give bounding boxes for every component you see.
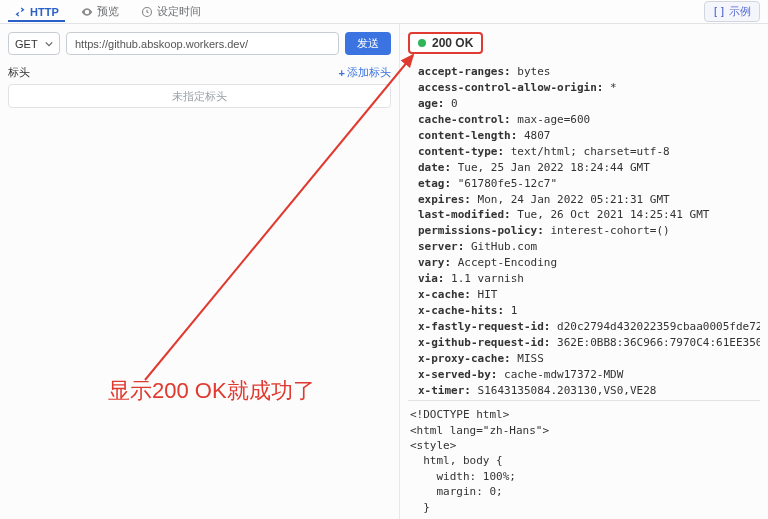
response-header-name: content-type: — [418, 145, 504, 158]
response-header-row: x-proxy-cache: MISS — [418, 351, 758, 367]
response-header-row: via: 1.1 varnish — [418, 271, 758, 287]
response-status: 200 OK — [408, 32, 483, 54]
annotation-text: 显示200 OK就成功了 — [108, 376, 315, 406]
response-header-value: S1643135084.203130,VS0,VE28 — [471, 384, 656, 397]
response-header-value: d20c2794d432022359cbaa0005fde72f7805d5f4 — [550, 320, 760, 333]
response-header-value: bytes — [511, 65, 551, 78]
example-button[interactable]: 示例 — [704, 1, 760, 22]
chevron-down-icon — [45, 40, 53, 48]
add-header-label: 添加标头 — [347, 65, 391, 80]
request-pane: GET 发送 标头 + 添加标头 未指定标头 显示200 OK就成功了 — [0, 24, 400, 519]
response-header-name: accept-ranges: — [418, 65, 511, 78]
response-header-value: Mon, 24 Jan 2022 05:21:31 GMT — [471, 193, 670, 206]
tab-http[interactable]: HTTP — [8, 2, 65, 22]
response-header-name: permissions-policy: — [418, 224, 544, 237]
headers-empty-placeholder: 未指定标头 — [8, 84, 391, 108]
response-header-row: cache-control: max-age=600 — [418, 112, 758, 128]
response-header-row: last-modified: Tue, 26 Oct 2021 14:25:41… — [418, 207, 758, 223]
response-header-name: x-timer: — [418, 384, 471, 397]
url-input[interactable] — [66, 32, 339, 55]
response-header-name: content-length: — [418, 129, 517, 142]
response-header-value: Tue, 26 Oct 2021 14:25:41 GMT — [511, 208, 710, 221]
tab-preview[interactable]: 预览 — [75, 0, 125, 23]
http-method-select[interactable]: GET — [8, 32, 60, 55]
tab-http-label: HTTP — [30, 6, 59, 18]
response-pane: 200 OK accept-ranges: bytesaccess-contro… — [400, 24, 768, 519]
response-header-row: etag: "61780fe5-12c7" — [418, 176, 758, 192]
response-headers-list: accept-ranges: bytesaccess-control-allow… — [408, 62, 760, 400]
response-header-value: max-age=600 — [511, 113, 590, 126]
response-header-name: access-control-allow-origin: — [418, 81, 603, 94]
response-header-name: server: — [418, 240, 464, 253]
response-header-name: x-fastly-request-id: — [418, 320, 550, 333]
response-header-value: 1.1 varnish — [445, 272, 524, 285]
tab-schedule[interactable]: 设定时间 — [135, 0, 207, 23]
response-header-value: * — [603, 81, 616, 94]
response-header-row: age: 0 — [418, 96, 758, 112]
response-header-value: cache-mdw17372-MDW — [497, 368, 623, 381]
response-header-value: MISS — [511, 352, 544, 365]
response-header-row: x-served-by: cache-mdw17372-MDW — [418, 367, 758, 383]
top-tabbar: HTTP 预览 设定时间 示例 — [0, 0, 768, 24]
response-header-row: x-github-request-id: 362E:0BB8:36C966:79… — [418, 335, 758, 351]
response-header-name: vary: — [418, 256, 451, 269]
response-header-row: server: GitHub.com — [418, 239, 758, 255]
method-value: GET — [15, 38, 38, 50]
response-header-row: date: Tue, 25 Jan 2022 18:24:44 GMT — [418, 160, 758, 176]
response-header-row: permissions-policy: interest-cohort=() — [418, 223, 758, 239]
tab-schedule-label: 设定时间 — [157, 4, 201, 19]
response-header-row: x-fastly-request-id: d20c2794d432022359c… — [418, 319, 758, 335]
response-header-name: expires: — [418, 193, 471, 206]
response-header-row: x-cache: HIT — [418, 287, 758, 303]
status-text: 200 OK — [432, 36, 473, 50]
response-header-row: expires: Mon, 24 Jan 2022 05:21:31 GMT — [418, 192, 758, 208]
headers-title: 标头 — [8, 65, 30, 80]
response-header-value: 1 — [504, 304, 517, 317]
response-header-row: accept-ranges: bytes — [418, 64, 758, 80]
response-header-row: content-length: 4807 — [418, 128, 758, 144]
clock-icon — [141, 6, 153, 18]
example-label: 示例 — [729, 4, 751, 19]
response-header-value: interest-cohort=() — [544, 224, 670, 237]
response-header-value: HIT — [471, 288, 498, 301]
response-header-name: x-cache-hits: — [418, 304, 504, 317]
response-header-value: Tue, 25 Jan 2022 18:24:44 GMT — [451, 161, 650, 174]
response-header-value: 362E:0BB8:36C966:7970C4:61EE3503 — [550, 336, 760, 349]
response-header-row: vary: Accept-Encoding — [418, 255, 758, 271]
response-header-value: 4807 — [517, 129, 550, 142]
brackets-icon — [713, 6, 725, 18]
response-header-name: age: — [418, 97, 445, 110]
response-header-value: GitHub.com — [464, 240, 537, 253]
response-header-name: etag: — [418, 177, 451, 190]
response-header-value: text/html; charset=utf-8 — [504, 145, 670, 158]
plus-icon: + — [339, 67, 345, 79]
response-header-name: x-cache: — [418, 288, 471, 301]
response-header-name: x-github-request-id: — [418, 336, 550, 349]
send-button[interactable]: 发送 — [345, 32, 391, 55]
add-header-button[interactable]: + 添加标头 — [339, 65, 391, 80]
response-header-row: access-control-allow-origin: * — [418, 80, 758, 96]
response-header-name: x-served-by: — [418, 368, 497, 381]
response-header-row: content-type: text/html; charset=utf-8 — [418, 144, 758, 160]
response-header-name: last-modified: — [418, 208, 511, 221]
response-header-name: cache-control: — [418, 113, 511, 126]
response-header-row: x-cache-hits: 1 — [418, 303, 758, 319]
response-header-value: 0 — [445, 97, 458, 110]
response-body: <!DOCTYPE html> <html lang="zh-Hans"> <s… — [408, 400, 760, 515]
response-header-row: x-timer: S1643135084.203130,VS0,VE28 — [418, 383, 758, 399]
eye-icon — [81, 6, 93, 18]
response-header-name: x-proxy-cache: — [418, 352, 511, 365]
response-header-name: via: — [418, 272, 445, 285]
swap-icon — [14, 6, 26, 18]
response-header-name: date: — [418, 161, 451, 174]
status-dot-icon — [418, 39, 426, 47]
tab-preview-label: 预览 — [97, 4, 119, 19]
response-header-value: "61780fe5-12c7" — [451, 177, 557, 190]
response-header-value: Accept-Encoding — [451, 256, 557, 269]
